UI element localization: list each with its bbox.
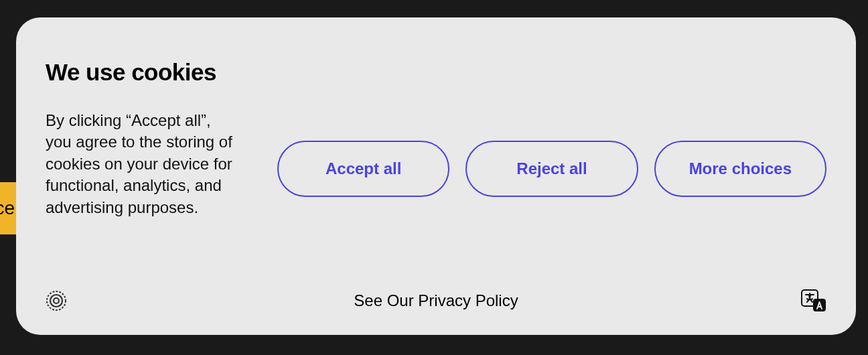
dialog-footer: See Our Privacy Policy: [46, 289, 826, 312]
dialog-text-column: We use cookies By clicking “Accept all”,…: [46, 60, 240, 276]
dialog-top-row: We use cookies By clicking “Accept all”,…: [46, 60, 826, 276]
svg-point-2: [54, 298, 59, 303]
reject-all-label: Reject all: [516, 159, 587, 178]
more-choices-label: More choices: [689, 159, 792, 178]
consent-provider-icon: [46, 290, 67, 311]
language-switch-icon[interactable]: [801, 289, 826, 312]
dialog-title: We use cookies: [46, 59, 240, 86]
accept-all-button[interactable]: Accept all: [277, 141, 449, 197]
background-page-fragment: ce: [0, 182, 16, 234]
cookie-consent-dialog: We use cookies By clicking “Accept all”,…: [16, 17, 856, 335]
svg-rect-4: [813, 299, 826, 311]
dialog-description: By clicking “Accept all”, you agree to t…: [46, 110, 240, 218]
more-choices-button[interactable]: More choices: [654, 141, 826, 197]
dialog-button-row: Accept all Reject all More choices: [277, 60, 826, 276]
privacy-policy-link[interactable]: See Our Privacy Policy: [354, 291, 518, 310]
accept-all-label: Accept all: [326, 159, 401, 178]
background-text: ce: [0, 198, 15, 219]
reject-all-button[interactable]: Reject all: [465, 141, 638, 197]
svg-point-1: [50, 295, 62, 307]
